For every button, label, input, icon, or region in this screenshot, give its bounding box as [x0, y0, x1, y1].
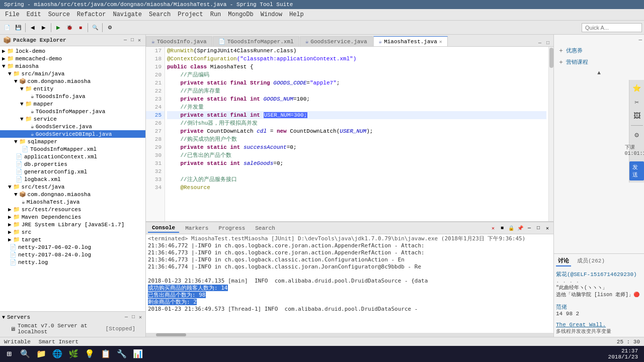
console-area: Console Markers Progress Search ✕ ■ 🔒 📌 … [146, 221, 553, 337]
taskbar-spring[interactable]: 🌿 [66, 347, 80, 361]
toolbar-back[interactable]: ◀ [28, 23, 38, 33]
toolbar-debug[interactable]: 🐞 [64, 23, 74, 33]
tree-item-service[interactable]: ▼ 📁 service [0, 115, 145, 123]
tree-item-tgoodsinfomapper-java[interactable]: ☕ TGoodsInfoMapper.java [0, 108, 145, 115]
tree-item-goodsservice-java[interactable]: ☕ GoodsService.java [0, 123, 145, 130]
btn-youhui[interactable]: ＋ 优惠券 [556, 45, 642, 56]
menu-file[interactable]: File [2, 10, 23, 19]
tree-item-sqlmapper[interactable]: ▼ 📁 sqlmapper [0, 138, 145, 145]
code-area[interactable]: @RunWith(SpringJUnit4ClassRunner.class) … [165, 47, 548, 221]
tree-item-src-main-java[interactable]: ▼ 📁 src/main/java [0, 70, 145, 77]
menu-project[interactable]: Project [175, 10, 206, 19]
package-explorer-title: Package Explorer [13, 37, 66, 43]
right-tab-members[interactable]: 成员(262) [575, 256, 607, 266]
console-pin[interactable]: 📌 [516, 224, 524, 232]
right-tab-discuss[interactable]: 讨论 [556, 256, 571, 266]
console-close[interactable]: ✕ [543, 224, 551, 232]
taskbar-app2[interactable]: 🔧 [115, 347, 129, 361]
pkg-close[interactable]: ✕ [136, 37, 142, 44]
tree-item-maven-deps[interactable]: ▶ 📁 Maven Dependencies [0, 213, 145, 221]
editor-maximize-btn[interactable]: □ [544, 39, 551, 46]
tab-tgoodsinfo[interactable]: ☕ TGoodsInfo.java [146, 36, 212, 46]
console-tab-search[interactable]: Search [251, 224, 279, 232]
toolbar-run[interactable]: ▶ [53, 23, 63, 33]
taskbar-cortana[interactable]: 🔍 [18, 347, 32, 361]
tree-item-mapper[interactable]: ▼ 📁 mapper [0, 100, 145, 108]
console-scroll-lock[interactable]: 🔒 [507, 224, 515, 232]
tree-item-db-props[interactable]: 📄 db.properties [0, 160, 145, 168]
console-maximize[interactable]: □ [534, 224, 542, 232]
toolbar-settings[interactable]: ⚙ [105, 23, 115, 33]
tree-item-src-test-java[interactable]: ▼ 📁 src/test/java [0, 183, 145, 191]
tree-item-lock-demo[interactable]: ▶ 📁 lock-demo [0, 47, 145, 55]
menu-window[interactable]: Window [258, 10, 285, 19]
tree-item-com-dongnao-2[interactable]: ▼ 📦 com.dongnao.miaosha [0, 191, 145, 198]
console-clear[interactable]: ✕ [489, 224, 497, 232]
menu-navigate[interactable]: Navigate [110, 10, 145, 19]
tree-item-tgoodsinfomapper-xml[interactable]: 📄 TGoodsInfoMapper.xml [0, 145, 145, 153]
toolbar-search[interactable]: 🔍 [90, 23, 100, 33]
comment-user-zihua[interactable]: 紫花(@SELF-1516714629230) [556, 270, 642, 278]
pkg-minimize[interactable]: — [122, 37, 128, 44]
right-great-wall-link[interactable]: The Great Wall. [556, 322, 606, 328]
console-scrollbar-h[interactable] [146, 333, 553, 337]
tree-item-jre[interactable]: ▶ 📁 JRE System Library [JavaSE-1.7] [0, 221, 145, 228]
toolbar-new[interactable]: 📄 [2, 23, 12, 33]
taskbar-app1[interactable]: 📋 [99, 347, 113, 361]
servers-maximize[interactable]: □ [130, 314, 136, 321]
collapse-icon[interactable]: ▲ [597, 70, 601, 76]
right-minimize[interactable]: — [638, 37, 642, 43]
tree-item-goodsservicedbimpl-java[interactable]: ☕ GoodsServiceDBImpl.java [0, 130, 145, 138]
console-tab-markers[interactable]: Markers [181, 224, 212, 232]
tab-tgoodsinfomapper[interactable]: 📄 TGoodsInfoMapper.xml [213, 36, 299, 46]
tree-item-src-test-res[interactable]: ▶ 📁 src/test/resources [0, 206, 145, 213]
pkg-maximize[interactable]: □ [129, 37, 135, 44]
taskbar-chrome[interactable]: 🌐 [50, 347, 64, 361]
menu-search[interactable]: Search [146, 10, 174, 19]
console-stop[interactable]: ■ [498, 224, 506, 232]
console-output[interactable]: <terminated> MiaoshaTest.testMiaosha [JU… [146, 234, 553, 333]
tab-close-miaosha[interactable]: ✕ [439, 39, 442, 45]
tree-item-entity[interactable]: ▼ 📁 entity [0, 85, 145, 93]
tab-goodsservice[interactable]: ☕ GoodsService.java [300, 36, 373, 46]
taskbar-file-explorer[interactable]: 📁 [34, 347, 48, 361]
tab-miaosha-test[interactable]: ☕ MiaoshaTest.java ✕ [373, 36, 448, 46]
tree-item-generatorconfig-xml[interactable]: 📄 generatorConfig.xml [0, 168, 145, 175]
tree-item-miaosha[interactable]: ▼ 📁 miaosha [0, 62, 145, 70]
tree-item-miaosha-test[interactable]: ☕ MiaoshaTest.java [0, 198, 145, 206]
tree-item-src[interactable]: ▶ 📁 src [0, 228, 145, 236]
editor-minimize-btn[interactable]: — [536, 39, 543, 46]
btn-yingxiao[interactable]: ＋ 营销课程 [556, 56, 642, 68]
tree-item-appcontext-xml[interactable]: 📄 applicationContext.xml [0, 153, 145, 160]
tree-item-target[interactable]: ▶ 📁 target [0, 236, 145, 243]
tree-item-com-dongnao[interactable]: ▼ 📦 com.dongnao.miaosha [0, 77, 145, 85]
menu-run[interactable]: Run [207, 10, 224, 19]
tree-item-logback-xml[interactable]: 📄 logback.xml [0, 175, 145, 183]
menu-refactor[interactable]: Refactor [74, 10, 109, 19]
toolbar-save[interactable]: 💾 [13, 23, 23, 33]
console-minimize[interactable]: — [525, 224, 533, 232]
server-tomcat[interactable]: 🖥 Tomcat v7.0 Server at localhost [Stopp… [2, 322, 143, 336]
servers-minimize[interactable]: — [123, 314, 129, 321]
menu-source[interactable]: Source [45, 10, 73, 19]
taskbar-start[interactable]: ⊞ [2, 347, 16, 361]
taskbar-idea[interactable]: 💡 [83, 347, 97, 361]
tree-item-memcached-demo[interactable]: ▶ 📁 memcached-demo [0, 55, 145, 62]
taskbar-app3[interactable]: 📊 [131, 347, 145, 361]
tree-item-tgoodsinfo-java[interactable]: ☕ TGoodsInfo.java [0, 93, 145, 100]
console-druid-2: 2018-01-23 21:36:49.573 [Thread-1] INFO … [148, 306, 551, 313]
servers-close[interactable]: ✕ [137, 314, 143, 321]
menu-help[interactable]: Help [286, 10, 307, 19]
tree-item-netty-log2[interactable]: 📄 netty-2017-08-24-0.log [0, 251, 145, 258]
console-tab-console[interactable]: Console [148, 224, 179, 233]
toolbar-forward[interactable]: ▶ [39, 23, 49, 33]
editor-scrollbar-v[interactable] [548, 47, 553, 221]
toolbar-stop[interactable]: ■ [75, 23, 86, 33]
tree-item-netty-log1[interactable]: 📄 netty-2017-06-02-0.log [0, 243, 145, 251]
console-tab-progress[interactable]: Progress [214, 224, 249, 232]
comment-user-fanlao[interactable]: 范佬 [556, 303, 642, 311]
menu-edit[interactable]: Edit [24, 10, 44, 19]
tree-item-netty-log3[interactable]: 📄 netty.log [0, 258, 145, 266]
menu-mongodb[interactable]: MongoDb [225, 10, 256, 19]
quick-access-input[interactable] [582, 23, 642, 32]
